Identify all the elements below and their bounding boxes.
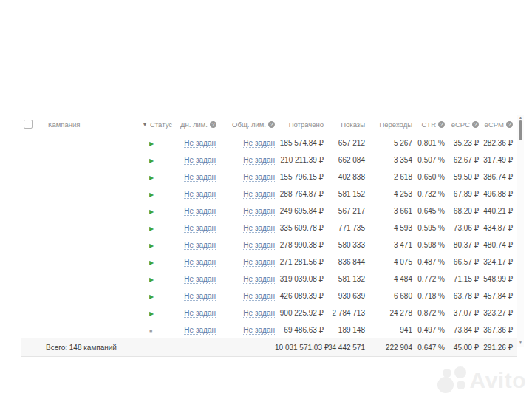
ecpc-cell: 71.15 ₽ (446, 275, 480, 283)
ecpm-cell: 496.88 ₽ (480, 190, 517, 198)
table-row[interactable]: ▶ Не задан Не задан 210 211.39 ₽ 662 084… (21, 151, 517, 168)
header-ecpm-label: eCPM (485, 120, 504, 129)
table-row[interactable]: ■ Не задан Не задан 69 486.63 ₽ 189 148 … (21, 321, 517, 338)
help-icon[interactable]: ? (506, 121, 513, 128)
header-day-limit[interactable]: Дн. лим.? (180, 120, 216, 129)
ecpm-cell: 434.87 ₽ (480, 224, 517, 232)
table-row[interactable]: ▶ Не задан Не задан 288 764.87 ₽ 581 152… (21, 185, 517, 202)
day-limit-link[interactable]: Не задан (184, 224, 216, 233)
day-limit-link[interactable]: Не задан (184, 190, 216, 199)
total-limit-link[interactable]: Не задан (243, 275, 275, 284)
ecpc-cell: 37.07 ₽ (446, 309, 480, 317)
total-limit-cell: Не задан (216, 139, 275, 147)
total-limit-link[interactable]: Не задан (243, 309, 275, 318)
help-icon[interactable]: ? (438, 121, 445, 128)
table-row[interactable]: ▶ Не задан Не задан 155 796.15 ₽ 402 838… (21, 168, 517, 185)
table-body: ▶ Не задан Не задан 185 574.84 ₽ 657 212… (21, 134, 517, 338)
status-cell: ▶ (143, 207, 180, 215)
total-limit-link[interactable]: Не задан (243, 173, 275, 182)
day-limit-link[interactable]: Не задан (184, 173, 216, 182)
clicks-cell: 941 (368, 326, 415, 334)
ecpc-cell: 35.23 ₽ (446, 139, 480, 147)
total-limit-link[interactable]: Не задан (243, 139, 275, 148)
impressions-cell: 402 838 (327, 173, 368, 181)
total-limit-link[interactable]: Не задан (243, 326, 275, 335)
select-all-checkbox[interactable] (24, 120, 33, 129)
impressions-cell: 581 152 (327, 190, 368, 198)
table-row[interactable]: ▶ Не задан Не задан 185 574.84 ₽ 657 212… (21, 134, 517, 151)
header-ecpc[interactable]: eCPC? (446, 120, 480, 129)
ecpm-cell: 548.99 ₽ (480, 275, 517, 283)
totals-label: Всего: 148 кампаний (21, 344, 275, 352)
header-clicks[interactable]: Переходы (368, 120, 415, 129)
clicks-cell: 5 267 (368, 139, 415, 147)
total-limit-link[interactable]: Не задан (243, 207, 275, 216)
table-row[interactable]: ▶ Не задан Не задан 426 089.39 ₽ 930 639… (21, 287, 517, 304)
header-campaign[interactable]: Кампания (40, 120, 143, 129)
ecpm-cell: 440.21 ₽ (480, 207, 517, 215)
total-limit-link[interactable]: Не задан (243, 156, 275, 165)
day-limit-cell: Не задан (180, 258, 216, 266)
avito-logo-icon (437, 366, 468, 395)
spent-cell: 210 211.39 ₽ (275, 156, 327, 164)
help-icon[interactable]: ? (472, 121, 479, 128)
day-limit-link[interactable]: Не задан (184, 156, 216, 165)
table-row[interactable]: ▶ Не задан Не задан 900 225.92 ₽ 2 784 7… (21, 304, 517, 321)
status-cell: ▶ (143, 156, 180, 164)
total-limit-link[interactable]: Не задан (243, 241, 275, 250)
day-limit-link[interactable]: Не задан (184, 258, 216, 267)
totals-impressions: 34 442 571 (327, 344, 368, 352)
day-limit-link[interactable]: Не задан (184, 275, 216, 284)
sort-arrow-icon[interactable]: ▾ (143, 121, 146, 128)
scroll-down-arrow-icon[interactable]: ▼ (517, 340, 524, 344)
total-limit-link[interactable]: Не задан (243, 190, 275, 199)
scrollbar-thumb[interactable] (519, 120, 522, 140)
total-limit-cell: Не задан (216, 275, 275, 283)
ctr-cell: 0.732 % (415, 190, 446, 198)
totals-spent: 10 031 571.03 ₽ (275, 344, 327, 352)
day-limit-cell: Не задан (180, 190, 216, 198)
header-ecpm[interactable]: eCPM? (480, 120, 517, 129)
ecpc-cell: 62.67 ₽ (446, 156, 480, 164)
scroll-up-arrow-icon[interactable]: ▲ (517, 115, 524, 120)
day-limit-link[interactable]: Не задан (184, 326, 216, 335)
status-cell: ▶ (143, 309, 180, 317)
table-row[interactable]: ▶ Не задан Не задан 278 990.38 ₽ 580 333… (21, 236, 517, 253)
table-row[interactable]: ▶ Не задан Не задан 271 281.56 ₽ 836 844… (21, 253, 517, 270)
header-spent[interactable]: Потрачено (275, 120, 327, 129)
day-limit-cell: Не задан (180, 275, 216, 283)
ctr-cell: 0.718 % (415, 292, 446, 300)
header-impressions[interactable]: Показы (327, 120, 368, 129)
ecpc-cell: 73.06 ₽ (446, 224, 480, 232)
day-limit-link[interactable]: Не задан (184, 139, 216, 148)
header-status[interactable]: ▾ Статус (143, 120, 180, 129)
ctr-cell: 0.650 % (415, 173, 446, 181)
header-total-limit-label: Общ. лим. (232, 120, 266, 129)
ctr-cell: 0.872 % (415, 309, 446, 317)
ctr-cell: 0.772 % (415, 275, 446, 283)
day-limit-link[interactable]: Не задан (184, 292, 216, 301)
header-total-limit[interactable]: Общ. лим.? (216, 120, 275, 129)
status-icon: ▶ (149, 141, 154, 147)
table-row[interactable]: ▶ Не задан Не задан 249 695.84 ₽ 567 217… (21, 202, 517, 219)
day-limit-link[interactable]: Не задан (184, 207, 216, 216)
help-icon[interactable]: ? (268, 121, 275, 128)
spent-cell: 319 039.08 ₽ (275, 275, 327, 283)
total-limit-link[interactable]: Не задан (243, 224, 275, 233)
status-cell: ▶ (143, 173, 180, 181)
ecpm-cell: 324.17 ₽ (480, 258, 517, 266)
total-limit-link[interactable]: Не задан (243, 292, 275, 301)
status-icon: ▶ (149, 192, 154, 198)
spent-cell: 426 089.39 ₽ (275, 292, 327, 300)
total-limit-link[interactable]: Не задан (243, 258, 275, 267)
day-limit-link[interactable]: Не задан (184, 241, 216, 250)
status-icon: ▶ (149, 175, 154, 181)
ctr-cell: 0.598 % (415, 241, 446, 249)
table-row[interactable]: ▶ Не задан Не задан 335 609.78 ₽ 771 735… (21, 219, 517, 236)
header-ctr[interactable]: CTR? (415, 120, 446, 129)
day-limit-link[interactable]: Не задан (184, 309, 216, 318)
day-limit-cell: Не задан (180, 156, 216, 164)
vertical-scrollbar[interactable]: ▲ ▼ (517, 115, 524, 347)
total-limit-cell: Не задан (216, 173, 275, 181)
table-row[interactable]: ▶ Не задан Не задан 319 039.08 ₽ 581 132… (21, 270, 517, 287)
